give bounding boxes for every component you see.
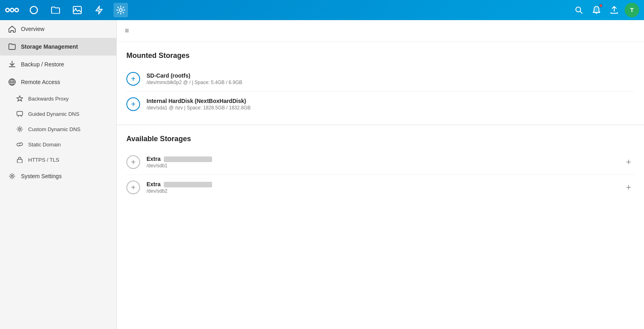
harddisk-info: Internal HardDisk (NextBoxHardDisk) /dev… <box>147 98 634 111</box>
avatar[interactable]: T <box>625 3 639 17</box>
sdb2-info: Extra /dev/sdb2 <box>147 181 616 194</box>
static-domain-label: Static Domain <box>28 142 61 148</box>
storage-item-sdcard: + SD-Card (rootfs) /dev/mmcblk0p2 @ / | … <box>126 66 634 92</box>
lock-icon <box>16 156 23 163</box>
svg-rect-16 <box>17 111 23 115</box>
upload-button[interactable] <box>607 3 621 17</box>
backwards-proxy-label: Backwards Proxy <box>28 96 68 102</box>
sdb2-expand-button[interactable]: + <box>623 181 634 194</box>
home-icon <box>8 25 16 33</box>
content-header: ≡ <box>117 20 644 42</box>
mounted-storages-list: + SD-Card (rootfs) /dev/mmcblk0p2 @ / | … <box>117 66 644 117</box>
sidebar-item-remote-access[interactable]: Remote Access <box>0 73 116 91</box>
sidebar-item-overview[interactable]: Overview <box>0 20 116 38</box>
lightning-nav-icon[interactable] <box>92 3 106 17</box>
sdcard-name: SD-Card (rootfs) <box>147 72 634 79</box>
storage-item-harddisk: + Internal HardDisk (NextBoxHardDisk) /d… <box>126 92 634 117</box>
sdb2-redacted <box>164 182 212 187</box>
topbar: T <box>0 0 644 20</box>
sidebar-item-backup-restore[interactable]: Backup / Restore <box>0 56 116 73</box>
star-icon <box>16 95 23 102</box>
mounted-storages-title: Mounted Storages <box>117 42 644 66</box>
nextcloud-logo[interactable] <box>5 3 19 17</box>
image-nav-icon[interactable] <box>70 3 85 17</box>
harddisk-mount-button[interactable]: + <box>126 97 140 111</box>
sdb1-detail: /dev/sdb1 <box>147 163 616 169</box>
svg-line-11 <box>580 11 582 13</box>
sdb2-name: Extra <box>147 181 616 187</box>
sidebar-item-static-domain[interactable]: Static Domain <box>0 137 116 152</box>
sidebar-item-backwards-proxy[interactable]: Backwards Proxy <box>0 91 116 106</box>
sdb1-redacted <box>164 156 212 162</box>
layout: Overview Storage Management Backup / Res… <box>0 20 644 329</box>
system-settings-icon <box>8 172 16 180</box>
svg-point-4 <box>11 9 13 11</box>
sdb2-add-button[interactable]: + <box>126 181 140 194</box>
sdb1-add-button[interactable]: + <box>126 155 140 169</box>
sidebar: Overview Storage Management Backup / Res… <box>0 20 117 329</box>
svg-point-19 <box>11 175 13 177</box>
circle-nav-icon[interactable] <box>27 3 41 17</box>
main-content: ≡ Mounted Storages + SD-Card (rootfs) /d… <box>117 20 644 329</box>
guided-dynamic-dns-label: Guided Dynamic DNS <box>28 111 79 117</box>
overview-label: Overview <box>21 26 108 32</box>
available-storage-sdb2: + Extra /dev/sdb2 + <box>126 175 634 200</box>
svg-point-9 <box>120 9 122 12</box>
sdb2-detail: /dev/sdb2 <box>147 188 616 194</box>
storage-management-label: Storage Management <box>21 43 108 50</box>
sdcard-detail: /dev/mmcblk0p2 @ / | Space: 5.4GB / 6.9G… <box>147 80 634 85</box>
remote-access-label: Remote Access <box>21 79 108 85</box>
available-storage-sdb1: + Extra /dev/sdb1 + <box>126 150 634 175</box>
sdb1-info: Extra /dev/sdb1 <box>147 156 616 169</box>
harddisk-detail: /dev/sda1 @ /srv | Space: 1828.5GB / 183… <box>147 105 634 111</box>
svg-rect-18 <box>17 159 22 163</box>
globe-icon <box>8 78 16 86</box>
sidebar-item-custom-dynamic-dns[interactable]: Custom Dynamic DNS <box>0 121 116 137</box>
sdb1-expand-button[interactable]: + <box>623 155 634 169</box>
harddisk-name: Internal HardDisk (NextBoxHardDisk) <box>147 98 634 104</box>
https-tls-label: HTTPS / TLS <box>28 157 59 163</box>
backup-restore-label: Backup / Restore <box>21 61 108 68</box>
sidebar-item-https-tls[interactable]: HTTPS / TLS <box>0 152 116 167</box>
topbar-right: T <box>572 3 639 17</box>
available-storages-title: Available Storages <box>117 125 644 150</box>
sdcard-info: SD-Card (rootfs) /dev/mmcblk0p2 @ / | Sp… <box>147 72 634 85</box>
hamburger-button[interactable]: ≡ <box>125 27 129 35</box>
sidebar-item-guided-dynamic-dns[interactable]: Guided Dynamic DNS <box>0 106 116 121</box>
svg-point-6 <box>30 6 37 14</box>
download-icon <box>8 60 16 68</box>
gear-icon <box>16 125 23 133</box>
notification-button[interactable] <box>589 3 604 17</box>
search-button[interactable] <box>572 3 586 17</box>
notification-badge <box>599 4 603 8</box>
available-storages-list: + Extra /dev/sdb1 + + Extra / <box>117 150 644 200</box>
folder-icon <box>8 43 16 51</box>
settings-nav-icon[interactable] <box>114 3 128 17</box>
sdcard-mount-button[interactable]: + <box>126 72 140 86</box>
chat-icon <box>16 110 23 117</box>
sdb1-name: Extra <box>147 156 616 162</box>
sidebar-item-system-settings[interactable]: System Settings <box>0 167 116 185</box>
svg-point-3 <box>6 9 9 11</box>
folder-nav-icon[interactable] <box>48 3 63 17</box>
svg-point-5 <box>16 9 18 11</box>
system-settings-label: System Settings <box>21 173 108 179</box>
svg-point-17 <box>19 128 21 130</box>
topbar-left <box>5 3 128 17</box>
link-icon <box>16 141 23 148</box>
sidebar-item-storage-management[interactable]: Storage Management <box>0 38 116 56</box>
custom-dynamic-dns-label: Custom Dynamic DNS <box>28 126 80 132</box>
